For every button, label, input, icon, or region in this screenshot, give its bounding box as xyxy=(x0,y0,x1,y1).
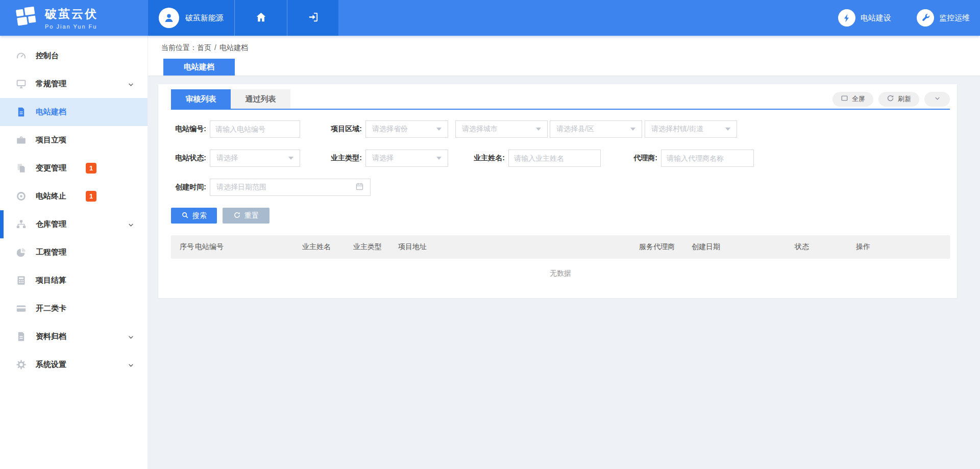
wrench-icon xyxy=(917,9,934,27)
brand-logo[interactable]: 破茧云伏 Po Jian Yun Fu xyxy=(0,0,148,36)
pie-chart-icon xyxy=(15,247,27,258)
fullscreen-button[interactable]: 全屏 xyxy=(832,92,873,107)
sidebar-item-label: 控制台 xyxy=(36,51,59,61)
sidebar-item-label: 电站终止 xyxy=(36,191,66,201)
breadcrumb-home-link[interactable]: 首页 xyxy=(197,43,211,52)
sidebar-item-console[interactable]: 控制台 xyxy=(0,42,148,70)
home-button[interactable] xyxy=(234,0,287,36)
district-select-value: 请选择县/区 xyxy=(556,125,594,134)
chevron-down-icon xyxy=(128,81,134,90)
sidebar: 控制台 常规管理 电站建档 xyxy=(0,36,148,469)
topnav-group: 破茧新能源 xyxy=(148,0,338,36)
user-menu[interactable]: 破茧新能源 xyxy=(148,0,234,36)
chevron-down-icon xyxy=(934,95,941,103)
station-no-label: 电站编号: xyxy=(171,125,210,134)
caret-down-icon xyxy=(436,128,442,131)
sidebar-item-label: 变更管理 xyxy=(36,163,66,173)
sidebar-item-engineering-mgmt[interactable]: 工程管理 xyxy=(0,238,148,266)
topbar: 破茧云伏 Po Jian Yun Fu 破茧新能源 xyxy=(0,0,980,36)
sidebar-item-change-mgmt[interactable]: 变更管理 1 xyxy=(0,154,148,182)
agent-input[interactable] xyxy=(661,150,754,167)
city-select-value: 请选择城市 xyxy=(462,125,498,134)
town-select[interactable]: 请选择村镇/街道 xyxy=(645,120,737,138)
status-label: 电站状态: xyxy=(171,154,210,163)
owner-type-select[interactable]: 请选择 xyxy=(365,150,448,167)
breadcrumb-prefix: 当前位置： xyxy=(161,43,197,52)
sidebar-item-label: 项目结算 xyxy=(36,276,66,285)
monitor-icon xyxy=(15,79,27,90)
region-label: 项目区域: xyxy=(327,125,365,134)
reset-icon xyxy=(233,211,241,220)
table-header-row: 序号 电站编号 业主姓名 业主类型 项目地址 服务代理商 创建日期 状态 操作 xyxy=(171,235,950,259)
agent-label: 代理商: xyxy=(622,154,661,163)
gear-icon xyxy=(15,359,27,371)
sidebar-item-station-termination[interactable]: 电站终止 1 xyxy=(0,182,148,210)
sidebar-item-label: 电站建档 xyxy=(36,107,66,117)
district-select[interactable]: 请选择县/区 xyxy=(550,120,642,138)
calendar-icon xyxy=(355,182,364,192)
fullscreen-label: 全屏 xyxy=(852,94,865,104)
logout-icon xyxy=(307,11,319,25)
brand-title: 破茧云伏 xyxy=(45,6,98,22)
document-icon xyxy=(15,107,27,118)
table-empty-state: 无数据 xyxy=(171,259,950,288)
station-no-input[interactable] xyxy=(210,120,300,138)
chevron-down-icon xyxy=(128,361,134,371)
sidebar-item-label: 仓库管理 xyxy=(36,219,66,229)
reset-label: 重置 xyxy=(244,211,259,220)
reset-button[interactable]: 重置 xyxy=(223,208,270,224)
search-label: 搜索 xyxy=(192,211,207,220)
sidebar-item-station-filing[interactable]: 电站建档 xyxy=(0,98,148,126)
module-monitor-ops[interactable]: 监控运维 xyxy=(917,9,970,27)
city-select[interactable]: 请选择城市 xyxy=(455,120,548,138)
sidebar-item-label: 常规管理 xyxy=(36,79,66,89)
province-select[interactable]: 请选择省份 xyxy=(365,120,448,138)
logo-icon xyxy=(14,6,38,30)
chevron-down-icon xyxy=(128,333,134,342)
sidebar-item-project-settlement[interactable]: 项目结算 xyxy=(0,266,148,294)
owner-type-label: 业主类型: xyxy=(327,154,365,163)
caret-down-icon xyxy=(725,128,730,131)
column-header: 操作 xyxy=(856,242,950,252)
tab-passed-list[interactable]: 通过列表 xyxy=(231,89,290,109)
column-header: 业主姓名 xyxy=(302,242,353,252)
search-button[interactable]: 搜索 xyxy=(171,208,217,224)
copy-icon xyxy=(15,163,27,174)
brand-text: 破茧云伏 Po Jian Yun Fu xyxy=(45,6,98,30)
sidebar-item-open-card[interactable]: 开二类卡 xyxy=(0,294,148,323)
module-station-build[interactable]: 电站建设 xyxy=(838,9,891,27)
sidebar-item-general-mgmt[interactable]: 常规管理 xyxy=(0,70,148,98)
sidebar-item-label: 开二类卡 xyxy=(36,304,66,313)
gauge-icon xyxy=(15,51,27,62)
home-icon xyxy=(255,11,267,25)
notification-badge: 1 xyxy=(86,163,96,174)
breadcrumb-band: 当前位置：首页/电站建档 电站建档 xyxy=(148,36,980,76)
sidebar-item-project-initiation[interactable]: 项目立项 xyxy=(0,126,148,154)
module-label: 监控运维 xyxy=(939,13,970,23)
breadcrumb: 当前位置：首页/电站建档 xyxy=(148,36,980,53)
sidebar-item-label: 项目立项 xyxy=(36,135,66,145)
sidebar-item-label: 资料归档 xyxy=(36,332,66,341)
status-select[interactable]: 请选择 xyxy=(210,150,300,167)
page-tab-station-filing[interactable]: 电站建档 xyxy=(163,59,235,76)
sidebar-item-system-settings[interactable]: 系统设置 xyxy=(0,351,148,379)
logout-button[interactable] xyxy=(287,0,338,36)
briefcase-icon xyxy=(15,135,27,146)
sitemap-icon xyxy=(15,219,27,230)
refresh-button[interactable]: 刷新 xyxy=(878,92,919,107)
chevron-down-icon xyxy=(128,221,134,230)
company-name: 破茧新能源 xyxy=(185,13,224,23)
panel-card: 审核列表 通过列表 全屏 刷新 xyxy=(158,84,957,298)
sidebar-item-data-archive[interactable]: 资料归档 xyxy=(0,323,148,351)
calculator-icon xyxy=(15,275,27,286)
notification-badge: 1 xyxy=(86,191,96,202)
owner-name-input[interactable] xyxy=(508,150,601,167)
tab-review-list[interactable]: 审核列表 xyxy=(171,89,231,109)
brand-subtitle: Po Jian Yun Fu xyxy=(45,23,98,30)
column-header: 项目地址 xyxy=(398,242,639,252)
sidebar-item-warehouse-mgmt[interactable]: 仓库管理 xyxy=(0,210,148,238)
collapse-button[interactable] xyxy=(924,92,950,107)
column-header: 业主类型 xyxy=(353,242,398,252)
date-range-picker[interactable]: 请选择日期范围 xyxy=(210,179,371,196)
owner-type-select-value: 请选择 xyxy=(372,154,394,163)
